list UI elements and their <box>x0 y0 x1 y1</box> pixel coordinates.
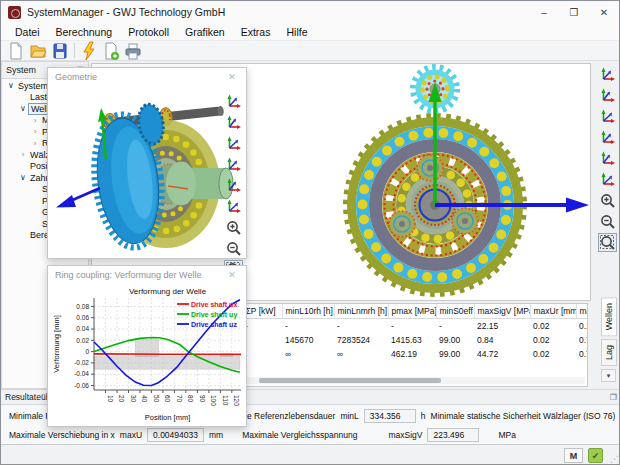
new-file-icon <box>6 41 26 61</box>
table-cell: - <box>242 319 282 334</box>
table-cell: 1415.63 <box>388 333 436 347</box>
axis-view-top-button[interactable] <box>224 176 243 195</box>
chevron-right-icon[interactable]: › <box>30 139 40 148</box>
minimize-button[interactable]: – <box>529 1 559 23</box>
column-header[interactable]: minS0eff <box>436 304 474 319</box>
report-add-icon <box>101 41 121 61</box>
geometrie-title: Geometrie <box>55 72 97 82</box>
shaft-deformation-chart-window[interactable]: Ring coupling: Verformung der Welle ✕ Ve… <box>47 265 247 427</box>
axis-view-back-button[interactable] <box>598 86 617 105</box>
menu-datei[interactable]: Datei <box>7 24 48 40</box>
axis-view-right-button[interactable] <box>598 128 617 147</box>
column-header[interactable]: minL10rh [h] <box>282 304 334 319</box>
save-button[interactable] <box>49 41 71 60</box>
axis-view-left-button[interactable] <box>598 107 617 126</box>
table-cell: 0.12 <box>576 319 588 334</box>
axis-view-top-icon <box>225 177 242 194</box>
axis-view-left-icon <box>599 108 616 125</box>
menu-hilfe[interactable]: Hilfe <box>278 24 315 40</box>
zoom-fit-button[interactable] <box>598 233 617 252</box>
maximize-button[interactable]: ❒ <box>559 1 589 23</box>
table-cell: 145670 <box>282 333 334 347</box>
tab-lag[interactable]: Lag <box>601 339 617 366</box>
close-icon[interactable]: ✕ <box>225 72 239 82</box>
m-status-button[interactable]: M <box>564 448 583 463</box>
report-add-button[interactable] <box>100 41 122 60</box>
result-unit: mm <box>209 430 223 440</box>
result-value-maxSigV[interactable]: 223.496 <box>427 428 479 442</box>
chevron-right-icon[interactable]: › <box>18 150 28 159</box>
column-header[interactable]: max <box>576 304 588 319</box>
svg-text:110: 110 <box>222 395 229 406</box>
axis-view-back-button[interactable] <box>224 113 243 132</box>
svg-text:-0.04: -0.04 <box>74 370 89 377</box>
chevron-down-icon[interactable]: ∨ <box>18 173 28 182</box>
close-button[interactable]: ✕ <box>589 1 619 23</box>
menu-grafiken[interactable]: Grafiken <box>177 24 233 40</box>
right-tab-strip: WellenLag▾ <box>598 297 619 382</box>
open-folder-icon <box>28 41 48 61</box>
new-file-button[interactable] <box>5 41 27 60</box>
menu-extras[interactable]: Extras <box>233 24 279 40</box>
axis-view-front-button[interactable] <box>598 65 617 84</box>
result-symbol: maxU <box>120 430 142 440</box>
axis-view-top-icon <box>599 150 616 167</box>
calc-ok-icon[interactable]: ✔ <box>588 448 603 463</box>
axis-view-top-button[interactable] <box>598 149 617 168</box>
zoom-in-button[interactable] <box>598 191 617 210</box>
column-header[interactable]: ΣP [kW] <box>242 304 282 319</box>
svg-text:0.06: 0.06 <box>76 314 89 321</box>
svg-text:40: 40 <box>141 395 148 403</box>
svg-text:Drive shaft uy: Drive shaft uy <box>191 311 237 319</box>
chevron-down-icon[interactable]: ∨ <box>6 81 16 90</box>
svg-text:20: 20 <box>118 395 125 403</box>
zoom-out-button[interactable] <box>598 212 617 231</box>
chevron-down-icon[interactable]: ∨ <box>18 104 28 113</box>
chevron-right-icon[interactable]: › <box>30 127 40 136</box>
svg-text:70: 70 <box>176 395 183 403</box>
result-value-maxU[interactable]: 0.00494033 <box>147 428 204 442</box>
tree-item-label: System <box>16 81 50 91</box>
axis-view-bottom-icon <box>599 171 616 188</box>
chevron-right-icon[interactable]: › <box>30 116 40 125</box>
column-header[interactable]: pmax [MPa] <box>388 304 436 319</box>
table-cell <box>242 333 282 347</box>
table-cell: 0.73 <box>576 333 588 347</box>
result-unit: h <box>421 411 426 421</box>
table-cell: - <box>436 319 474 334</box>
geometrie-window[interactable]: Geometrie ✕ <box>47 67 247 259</box>
menu-protokoll[interactable]: Protokoll <box>120 24 177 40</box>
zoom-out-button[interactable] <box>224 239 243 258</box>
zoom-in-button[interactable] <box>224 218 243 237</box>
axis-view-front-button[interactable] <box>224 92 243 111</box>
column-header[interactable]: minLnmrh [h] <box>334 304 388 319</box>
result-value-minL[interactable]: 334.356 <box>364 409 416 423</box>
axis-view-bottom-button[interactable] <box>224 197 243 216</box>
result-label: Maximale Verschiebung in x <box>9 430 115 440</box>
svg-text:100: 100 <box>210 395 217 406</box>
close-icon[interactable]: ✕ <box>225 270 239 280</box>
open-folder-button[interactable] <box>27 41 49 60</box>
chart-titlebar[interactable]: Ring coupling: Verformung der Welle ✕ <box>48 266 246 284</box>
app-window: SystemManager - GWJ Technology GmbH – ❒ … <box>0 0 620 465</box>
axis-view-right-button[interactable] <box>224 155 243 174</box>
table-cell: - <box>282 319 334 334</box>
calculate-lightning-button[interactable] <box>78 41 100 60</box>
resize-grip[interactable]: ⋰ <box>610 454 619 464</box>
column-header[interactable]: maxUr [mm] <box>530 304 576 319</box>
column-header[interactable]: maxSigV [MPa] <box>474 304 530 319</box>
svg-text:0.04: 0.04 <box>76 325 89 332</box>
tab-wellen[interactable]: Wellen <box>601 297 617 336</box>
axis-view-left-button[interactable] <box>224 134 243 153</box>
axis-view-bottom-button[interactable] <box>598 170 617 189</box>
geometrie-titlebar[interactable]: Geometrie ✕ <box>48 68 246 86</box>
zoom-in-icon <box>225 219 242 236</box>
tab-list-dropdown[interactable]: ▾ <box>601 369 616 382</box>
scrollbar-thumb[interactable] <box>259 378 441 383</box>
axis-view-front-icon <box>225 93 242 110</box>
svg-text:60: 60 <box>164 395 171 403</box>
print-button[interactable] <box>122 41 144 60</box>
menu-berechnung[interactable]: Berechnung <box>48 24 121 40</box>
pin-icon[interactable]: ❐ <box>610 393 617 402</box>
result-symbol: maxSigV <box>388 430 422 440</box>
